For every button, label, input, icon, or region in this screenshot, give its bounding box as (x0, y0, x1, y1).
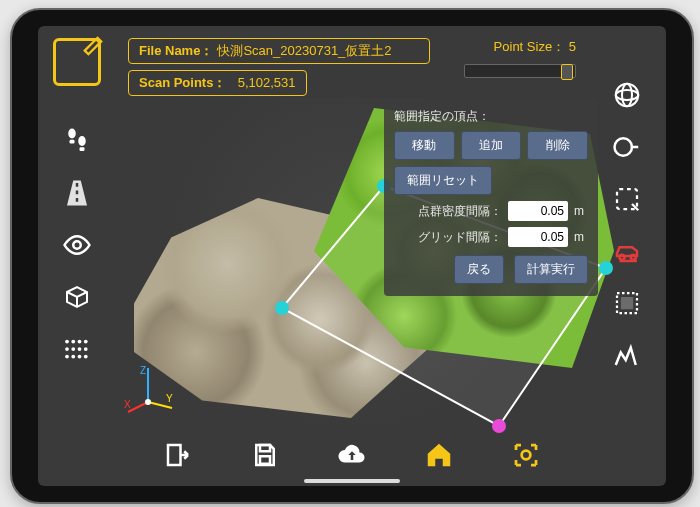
svg-text:Z: Z (140, 365, 146, 376)
cube-icon[interactable] (60, 280, 94, 314)
svg-rect-9 (70, 140, 75, 144)
vertex-handle[interactable] (275, 301, 289, 315)
svg-point-15 (71, 340, 75, 344)
svg-point-10 (78, 136, 86, 146)
svg-point-29 (615, 138, 633, 156)
point-size-label: Point Size： (494, 39, 566, 54)
svg-point-28 (622, 84, 632, 107)
svg-point-19 (71, 347, 75, 351)
svg-point-17 (84, 340, 88, 344)
svg-point-24 (78, 355, 82, 359)
crop-lasso-icon[interactable] (610, 182, 644, 216)
grid-unit: m (574, 230, 588, 244)
svg-text:X: X (124, 399, 131, 410)
area-vehicle-icon[interactable] (610, 234, 644, 268)
grid-input[interactable] (508, 227, 568, 247)
edit-icon[interactable] (53, 38, 101, 86)
svg-point-18 (65, 347, 69, 351)
capture-icon[interactable] (509, 438, 543, 472)
contour-icon[interactable] (610, 338, 644, 372)
road-icon[interactable] (60, 176, 94, 210)
vertex-handle-active[interactable] (492, 419, 506, 433)
svg-point-27 (616, 90, 639, 100)
file-name-box: File Name：快測Scan_20230731_仮置土2 (128, 38, 430, 64)
grid-icon[interactable] (60, 332, 94, 366)
svg-point-23 (71, 355, 75, 359)
svg-point-37 (522, 451, 531, 460)
point-size-slider-handle[interactable] (561, 64, 573, 80)
svg-point-7 (145, 399, 151, 405)
svg-rect-36 (260, 456, 270, 464)
svg-point-14 (65, 340, 69, 344)
svg-text:Y: Y (166, 393, 173, 404)
orbit-icon[interactable] (610, 78, 644, 112)
svg-point-13 (73, 241, 81, 249)
svg-point-21 (84, 347, 88, 351)
back-button[interactable]: 戻る (454, 255, 504, 284)
measure-icon[interactable] (610, 130, 644, 164)
svg-point-16 (78, 340, 82, 344)
scan-points-value: 5,102,531 (238, 75, 296, 90)
svg-rect-35 (260, 445, 270, 451)
save-icon[interactable] (248, 438, 282, 472)
home-indicator (304, 479, 400, 483)
eye-icon[interactable] (60, 228, 94, 262)
svg-point-25 (84, 355, 88, 359)
point-size-value: 5 (569, 39, 576, 54)
density-label: 点群密度間隔： (418, 203, 502, 220)
file-name-value: 快測Scan_20230731_仮置土2 (217, 43, 391, 58)
density-unit: m (574, 204, 588, 218)
grid-label: グリッド間隔： (418, 229, 502, 246)
svg-line-1 (128, 402, 148, 412)
svg-rect-33 (620, 260, 638, 263)
upload-icon[interactable] (335, 438, 369, 472)
axis-gizmo[interactable]: X Y Z (122, 362, 174, 414)
density-input[interactable] (508, 201, 568, 221)
vertex-add-button[interactable]: 追加 (461, 131, 522, 160)
crop-rect-icon[interactable] (610, 286, 644, 320)
export-icon[interactable] (161, 438, 195, 472)
svg-rect-11 (80, 147, 85, 151)
svg-point-22 (65, 355, 69, 359)
panel-title: 範囲指定の頂点： (394, 108, 588, 125)
home-icon[interactable] (422, 438, 456, 472)
footsteps-icon[interactable] (60, 124, 94, 158)
svg-point-26 (616, 84, 639, 107)
scan-points-box: Scan Points： 5,102,531 (128, 70, 307, 96)
vertex-delete-button[interactable]: 削除 (527, 131, 588, 160)
file-name-label: File Name： (139, 43, 213, 58)
vertex-move-button[interactable]: 移動 (394, 131, 455, 160)
point-size-slider[interactable] (464, 64, 576, 78)
scan-points-label: Scan Points： (139, 75, 226, 90)
svg-point-8 (68, 129, 76, 139)
range-reset-button[interactable]: 範囲リセット (394, 166, 492, 195)
range-properties-panel: 範囲指定の頂点： 移動 追加 削除 範囲リセット 点群密度間隔： m グリッド間… (384, 98, 598, 296)
calc-run-button[interactable]: 計算実行 (514, 255, 588, 284)
svg-point-20 (78, 347, 82, 351)
